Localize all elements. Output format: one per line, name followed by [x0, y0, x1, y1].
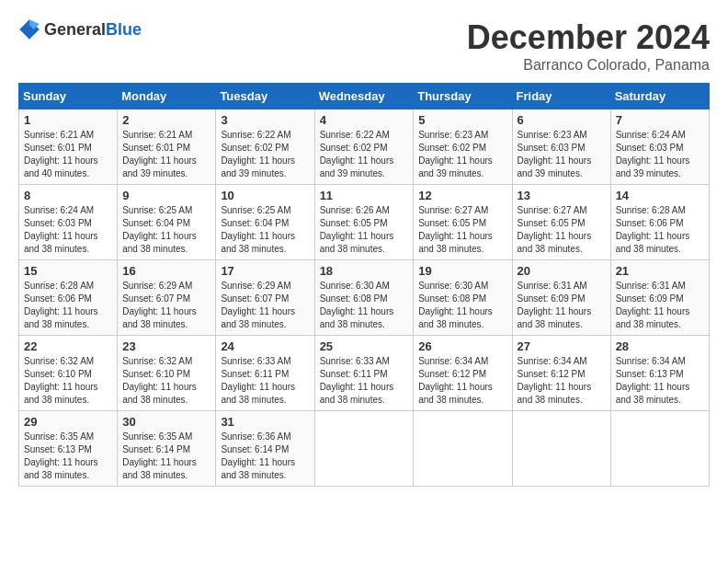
calendar-cell [314, 411, 414, 487]
day-number: 16 [122, 264, 210, 278]
calendar-cell: 14Sunrise: 6:28 AM Sunset: 6:06 PM Dayli… [610, 185, 709, 260]
calendar-cell [512, 411, 610, 487]
calendar-cell: 13Sunrise: 6:27 AM Sunset: 6:05 PM Dayli… [512, 185, 610, 260]
day-info: Sunrise: 6:30 AM Sunset: 6:08 PM Dayligh… [320, 280, 409, 331]
day-number: 17 [221, 264, 309, 278]
calendar-cell: 11Sunrise: 6:26 AM Sunset: 6:05 PM Dayli… [314, 185, 414, 260]
calendar-body: 1Sunrise: 6:21 AM Sunset: 6:01 PM Daylig… [19, 109, 710, 487]
calendar-cell: 6Sunrise: 6:23 AM Sunset: 6:03 PM Daylig… [512, 109, 610, 185]
calendar-table: SundayMondayTuesdayWednesdayThursdayFrid… [18, 83, 710, 487]
calendar-cell: 7Sunrise: 6:24 AM Sunset: 6:03 PM Daylig… [610, 109, 709, 185]
calendar-day-header: Friday [512, 84, 610, 109]
calendar-cell: 23Sunrise: 6:32 AM Sunset: 6:10 PM Dayli… [118, 336, 216, 411]
day-number: 21 [616, 264, 704, 278]
calendar-cell: 10Sunrise: 6:25 AM Sunset: 6:04 PM Dayli… [216, 185, 314, 260]
day-number: 12 [418, 189, 506, 202]
calendar-cell: 16Sunrise: 6:29 AM Sunset: 6:07 PM Dayli… [118, 260, 216, 336]
calendar-cell: 9Sunrise: 6:25 AM Sunset: 6:04 PM Daylig… [118, 185, 216, 260]
calendar-title: December 2024 [467, 18, 710, 57]
day-number: 25 [320, 339, 409, 353]
day-info: Sunrise: 6:21 AM Sunset: 6:01 PM Dayligh… [122, 129, 210, 180]
day-number: 26 [418, 339, 506, 353]
day-number: 29 [24, 415, 112, 429]
calendar-cell: 24Sunrise: 6:33 AM Sunset: 6:11 PM Dayli… [216, 336, 314, 411]
calendar-cell: 1Sunrise: 6:21 AM Sunset: 6:01 PM Daylig… [19, 109, 118, 185]
calendar-cell: 28Sunrise: 6:34 AM Sunset: 6:13 PM Dayli… [610, 336, 709, 411]
day-number: 27 [518, 339, 606, 353]
calendar-cell: 19Sunrise: 6:30 AM Sunset: 6:08 PM Dayli… [414, 260, 512, 336]
day-info: Sunrise: 6:35 AM Sunset: 6:13 PM Dayligh… [24, 431, 112, 482]
calendar-cell: 21Sunrise: 6:31 AM Sunset: 6:09 PM Dayli… [610, 260, 709, 336]
day-info: Sunrise: 6:25 AM Sunset: 6:04 PM Dayligh… [221, 204, 309, 256]
calendar-cell: 5Sunrise: 6:23 AM Sunset: 6:02 PM Daylig… [414, 109, 512, 185]
day-number: 15 [24, 264, 112, 278]
calendar-day-header: Thursday [414, 84, 512, 109]
day-number: 3 [221, 113, 309, 127]
day-number: 22 [24, 339, 112, 353]
page-header: GeneralBlue December 2024 Barranco Color… [18, 18, 710, 74]
day-number: 9 [122, 189, 210, 202]
calendar-cell: 8Sunrise: 6:24 AM Sunset: 6:03 PM Daylig… [19, 185, 118, 260]
calendar-cell [610, 411, 709, 487]
day-number: 13 [518, 189, 606, 202]
day-info: Sunrise: 6:26 AM Sunset: 6:05 PM Dayligh… [320, 204, 409, 256]
day-info: Sunrise: 6:32 AM Sunset: 6:10 PM Dayligh… [122, 355, 210, 407]
day-info: Sunrise: 6:32 AM Sunset: 6:10 PM Dayligh… [24, 355, 112, 407]
day-info: Sunrise: 6:33 AM Sunset: 6:11 PM Dayligh… [221, 355, 309, 407]
day-info: Sunrise: 6:22 AM Sunset: 6:02 PM Dayligh… [320, 129, 409, 180]
day-info: Sunrise: 6:27 AM Sunset: 6:05 PM Dayligh… [518, 204, 606, 256]
day-number: 20 [518, 264, 606, 278]
day-info: Sunrise: 6:34 AM Sunset: 6:12 PM Dayligh… [518, 355, 606, 407]
calendar-cell: 17Sunrise: 6:29 AM Sunset: 6:07 PM Dayli… [216, 260, 314, 336]
calendar-day-header: Wednesday [314, 84, 414, 109]
day-info: Sunrise: 6:29 AM Sunset: 6:07 PM Dayligh… [122, 280, 210, 331]
day-info: Sunrise: 6:31 AM Sunset: 6:09 PM Dayligh… [518, 280, 606, 331]
day-number: 10 [221, 189, 309, 202]
day-info: Sunrise: 6:27 AM Sunset: 6:05 PM Dayligh… [418, 204, 506, 256]
calendar-week-row: 15Sunrise: 6:28 AM Sunset: 6:06 PM Dayli… [19, 260, 710, 336]
calendar-day-header: Sunday [19, 84, 118, 109]
calendar-cell [414, 411, 512, 487]
calendar-cell: 20Sunrise: 6:31 AM Sunset: 6:09 PM Dayli… [512, 260, 610, 336]
day-number: 30 [122, 415, 210, 429]
calendar-cell: 31Sunrise: 6:36 AM Sunset: 6:14 PM Dayli… [216, 411, 314, 487]
calendar-cell: 26Sunrise: 6:34 AM Sunset: 6:12 PM Dayli… [414, 336, 512, 411]
day-info: Sunrise: 6:22 AM Sunset: 6:02 PM Dayligh… [221, 129, 309, 180]
calendar-cell: 27Sunrise: 6:34 AM Sunset: 6:12 PM Dayli… [512, 336, 610, 411]
day-number: 28 [616, 339, 704, 353]
calendar-day-header: Monday [118, 84, 216, 109]
day-info: Sunrise: 6:31 AM Sunset: 6:09 PM Dayligh… [616, 280, 704, 331]
calendar-day-header: Saturday [610, 84, 709, 109]
title-block: December 2024 Barranco Colorado, Panama [467, 18, 710, 74]
day-number: 23 [122, 339, 210, 353]
day-number: 7 [616, 113, 704, 127]
calendar-cell: 15Sunrise: 6:28 AM Sunset: 6:06 PM Dayli… [19, 260, 118, 336]
day-number: 8 [24, 189, 112, 202]
day-number: 19 [418, 264, 506, 278]
day-info: Sunrise: 6:36 AM Sunset: 6:14 PM Dayligh… [221, 431, 309, 482]
day-info: Sunrise: 6:29 AM Sunset: 6:07 PM Dayligh… [221, 280, 309, 331]
day-info: Sunrise: 6:25 AM Sunset: 6:04 PM Dayligh… [122, 204, 210, 256]
calendar-cell: 3Sunrise: 6:22 AM Sunset: 6:02 PM Daylig… [216, 109, 314, 185]
day-number: 24 [221, 339, 309, 353]
day-info: Sunrise: 6:21 AM Sunset: 6:01 PM Dayligh… [24, 129, 112, 180]
day-info: Sunrise: 6:33 AM Sunset: 6:11 PM Dayligh… [320, 355, 409, 407]
calendar-cell: 29Sunrise: 6:35 AM Sunset: 6:13 PM Dayli… [19, 411, 118, 487]
calendar-week-row: 29Sunrise: 6:35 AM Sunset: 6:13 PM Dayli… [19, 411, 710, 487]
calendar-cell: 2Sunrise: 6:21 AM Sunset: 6:01 PM Daylig… [118, 109, 216, 185]
calendar-cell: 4Sunrise: 6:22 AM Sunset: 6:02 PM Daylig… [314, 109, 414, 185]
day-info: Sunrise: 6:35 AM Sunset: 6:14 PM Dayligh… [122, 431, 210, 482]
calendar-header-row: SundayMondayTuesdayWednesdayThursdayFrid… [19, 84, 710, 109]
day-number: 5 [418, 113, 506, 127]
calendar-week-row: 1Sunrise: 6:21 AM Sunset: 6:01 PM Daylig… [19, 109, 710, 185]
day-number: 1 [24, 113, 112, 127]
logo: GeneralBlue [18, 18, 142, 40]
day-info: Sunrise: 6:34 AM Sunset: 6:13 PM Dayligh… [616, 355, 704, 407]
day-number: 31 [221, 415, 309, 429]
calendar-week-row: 8Sunrise: 6:24 AM Sunset: 6:03 PM Daylig… [19, 185, 710, 260]
day-info: Sunrise: 6:23 AM Sunset: 6:03 PM Dayligh… [518, 129, 606, 180]
day-number: 14 [616, 189, 704, 202]
day-info: Sunrise: 6:28 AM Sunset: 6:06 PM Dayligh… [616, 204, 704, 256]
day-info: Sunrise: 6:34 AM Sunset: 6:12 PM Dayligh… [418, 355, 506, 407]
calendar-cell: 25Sunrise: 6:33 AM Sunset: 6:11 PM Dayli… [314, 336, 414, 411]
